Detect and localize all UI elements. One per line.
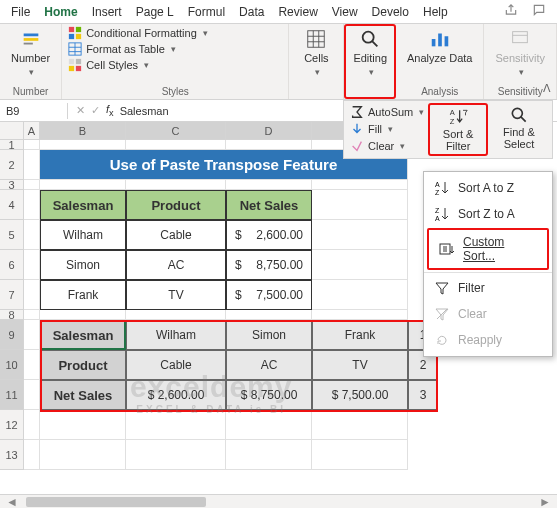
menu-pagelayout[interactable]: Page L	[129, 3, 181, 21]
sort-filter-menu: AZ Sort A to Z ZA Sort Z to A Custom Sor…	[423, 171, 553, 357]
col-header-d[interactable]: D	[226, 122, 312, 140]
col-header-c[interactable]: C	[126, 122, 226, 140]
clear-filter-item: Clear	[424, 301, 552, 327]
menu-file[interactable]: File	[4, 3, 37, 21]
svg-rect-23	[438, 34, 442, 47]
autosum-button[interactable]: AutoSum▾	[350, 105, 424, 119]
row-header-13[interactable]: 13	[0, 440, 24, 470]
t2-cell[interactable]: $ 2,600.00	[126, 380, 226, 410]
t2-cell[interactable]: Frank	[312, 320, 408, 350]
svg-text:Z: Z	[435, 207, 440, 214]
col-header-a[interactable]: A	[24, 122, 40, 140]
row-header-5[interactable]: 5	[0, 220, 24, 250]
group-label-analysis: Analysis	[402, 86, 477, 98]
name-box[interactable]: B9	[0, 103, 68, 119]
row-header-4[interactable]: 4	[0, 190, 24, 220]
row-header-6[interactable]: 6	[0, 250, 24, 280]
sort-a-to-z-item[interactable]: AZ Sort A to Z	[424, 175, 552, 201]
svg-rect-1	[23, 38, 38, 41]
svg-line-30	[521, 117, 526, 122]
t1-hdr-product[interactable]: Product	[126, 190, 226, 220]
ribbon-group-editing: Editing▾	[344, 24, 396, 99]
svg-text:A: A	[435, 181, 440, 188]
select-all-corner[interactable]	[0, 122, 24, 140]
menu-data[interactable]: Data	[232, 3, 271, 21]
col-header-b[interactable]: B	[40, 122, 126, 140]
row-header-11[interactable]: 11	[0, 380, 24, 410]
svg-text:Z: Z	[435, 189, 440, 196]
comments-icon[interactable]	[525, 1, 553, 22]
menu-developer[interactable]: Develo	[365, 3, 416, 21]
t2-cell[interactable]: Simon	[226, 320, 312, 350]
t2-rowhdr-product[interactable]: Product	[40, 350, 126, 380]
row-header-12[interactable]: 12	[0, 410, 24, 440]
row-header-1[interactable]: 1	[0, 140, 24, 150]
t1-hdr-salesman[interactable]: Salesman	[40, 190, 126, 220]
svg-rect-15	[308, 31, 325, 48]
svg-rect-2	[23, 43, 32, 45]
clear-button[interactable]: Clear▾	[350, 139, 424, 153]
t1-cell[interactable]: $7,500.00	[226, 280, 312, 310]
svg-rect-0	[23, 34, 38, 37]
collapse-ribbon-icon[interactable]: ᐱ	[543, 82, 551, 95]
t1-cell[interactable]: Frank	[40, 280, 126, 310]
t2-rowhdr-salesman[interactable]: Salesman	[40, 320, 126, 350]
fill-button[interactable]: Fill▾	[350, 122, 424, 136]
filter-item[interactable]: Filter	[424, 275, 552, 301]
ribbon-group-number: Number▾ Number	[0, 24, 62, 99]
t1-cell[interactable]: $2,600.00	[226, 220, 312, 250]
row-header-8[interactable]: 8	[0, 310, 24, 320]
menu-help[interactable]: Help	[416, 3, 455, 21]
svg-rect-12	[76, 59, 81, 64]
t2-cell[interactable]: AC	[226, 350, 312, 380]
group-label-number: Number	[6, 86, 55, 98]
ribbon-group-cells: Cells▾	[289, 24, 344, 99]
t2-rowhdr-netsales[interactable]: Net Sales	[40, 380, 126, 410]
analyze-data-button[interactable]: Analyze Data	[402, 26, 477, 67]
editing-button[interactable]: Editing▾	[348, 26, 392, 79]
sort-filter-button[interactable]: AZ Sort & Filter	[428, 103, 488, 156]
t2-cell[interactable]: $ 8,750.00	[226, 380, 312, 410]
row-header-7[interactable]: 7	[0, 280, 24, 310]
menu-home[interactable]: Home	[37, 3, 84, 21]
row-header-9[interactable]: 9	[0, 320, 24, 350]
menu-formulas[interactable]: Formul	[181, 3, 232, 21]
t1-hdr-netsales[interactable]: Net Sales	[226, 190, 312, 220]
group-label-sensitivity: Sensitivity	[490, 86, 550, 98]
fx-icon[interactable]: fx	[106, 103, 114, 118]
svg-line-21	[372, 41, 378, 47]
menu-view[interactable]: View	[325, 3, 365, 21]
custom-sort-item[interactable]: Custom Sort...	[427, 228, 549, 270]
t1-cell[interactable]: TV	[126, 280, 226, 310]
ribbon-group-analysis: Analyze Data Analysis	[396, 24, 484, 99]
t1-cell[interactable]: $8,750.00	[226, 250, 312, 280]
cell-styles-button[interactable]: Cell Styles▾	[68, 58, 208, 72]
find-select-button[interactable]: Find & Select	[488, 103, 550, 156]
t1-cell[interactable]: Wilham	[40, 220, 126, 250]
t2-cell[interactable]: $ 7,500.00	[312, 380, 408, 410]
menu-review[interactable]: Review	[271, 3, 324, 21]
formula-input[interactable]: Salesman	[120, 105, 169, 117]
conditional-formatting-button[interactable]: Conditional Formatting▾	[68, 26, 208, 40]
format-as-table-button[interactable]: Format as Table▾	[68, 42, 208, 56]
svg-rect-3	[69, 27, 74, 32]
menu-insert[interactable]: Insert	[85, 3, 129, 21]
t2-cell[interactable]: TV	[312, 350, 408, 380]
row-header-10[interactable]: 10	[0, 350, 24, 380]
t1-cell[interactable]: Simon	[40, 250, 126, 280]
t2-cell[interactable]: Wilham	[126, 320, 226, 350]
horizontal-scrollbar[interactable]: ◄ ►	[0, 494, 557, 508]
t1-cell[interactable]: AC	[126, 250, 226, 280]
share-icon[interactable]	[497, 1, 525, 22]
svg-rect-25	[513, 32, 528, 43]
number-format-button[interactable]: Number▾	[6, 26, 55, 79]
svg-text:Z: Z	[450, 117, 455, 126]
row-header-2[interactable]: 2	[0, 150, 24, 180]
cells-button[interactable]: Cells▾	[295, 26, 337, 79]
t1-cell[interactable]: Cable	[126, 220, 226, 250]
svg-rect-5	[69, 34, 74, 39]
sort-z-to-a-item[interactable]: ZA Sort Z to A	[424, 201, 552, 227]
svg-text:A: A	[435, 215, 440, 222]
t2-cell[interactable]: Cable	[126, 350, 226, 380]
row-header-3[interactable]: 3	[0, 180, 24, 190]
